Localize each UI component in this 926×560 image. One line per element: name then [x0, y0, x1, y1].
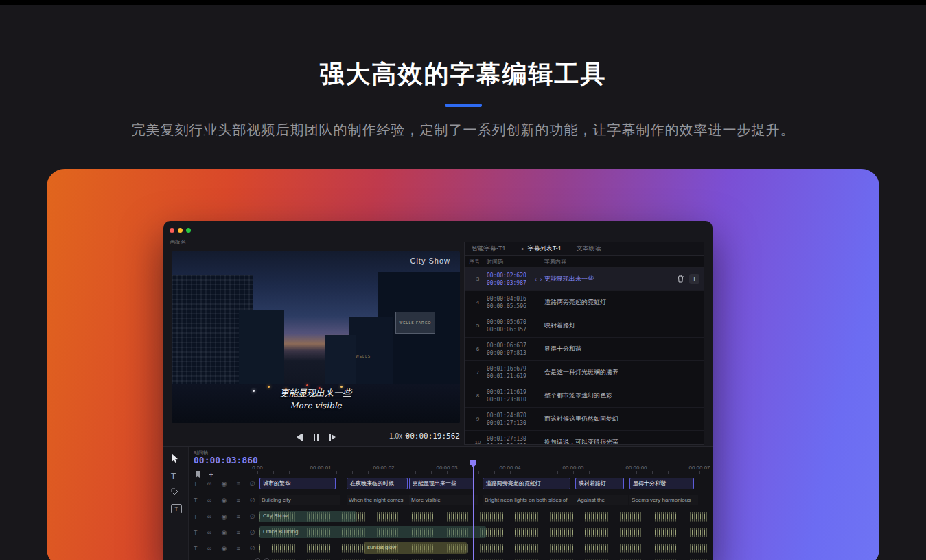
row-text[interactable]: 整个都市笼罩迷幻的色彩	[544, 391, 672, 400]
mute-icon[interactable]: ∅	[250, 498, 255, 504]
row-text[interactable]: 更能显现出来一些	[544, 275, 672, 283]
mute-icon[interactable]: ∅	[250, 546, 255, 552]
text-tool-icon[interactable]: T	[194, 498, 198, 504]
row-text[interactable]: 显得十分和谐	[544, 345, 672, 353]
minimize-button[interactable]	[178, 228, 183, 233]
row-text[interactable]: 换句话说，可以变得很光荣	[544, 438, 672, 445]
subtitle-clip-en[interactable]: Bright neon lights on both sides of	[483, 495, 575, 505]
subtitle-row[interactable]: 800:01:21:61900:01:23:810整个都市笼罩迷幻的色彩	[465, 384, 704, 408]
subtitle-clip-cn[interactable]: 更能显现出来一些	[409, 478, 474, 489]
link-icon[interactable]: ∞	[207, 546, 211, 552]
row-timecode: 00:00:02:62000:00:03:987	[487, 272, 535, 287]
audio-clip-label[interactable]: City Show	[259, 511, 356, 522]
playhead-timecode: 00:00:03:860	[194, 455, 258, 465]
link-icon[interactable]: ∞	[207, 514, 211, 520]
neon-sign: WELLS	[356, 354, 371, 358]
subtitle-row[interactable]: 1000:01:27:13000:01:28:690换句话说，可以变得很光荣	[465, 431, 704, 445]
video-preview[interactable]: WELLS FARGO WELLS City Show 更能显现出来一些 Mor…	[172, 251, 460, 423]
tab-text-to-speech[interactable]: 文本朗读	[577, 244, 601, 253]
mute-icon[interactable]: ∅	[250, 530, 255, 536]
subtitle-clip-cn[interactable]: 城市的繁华	[259, 478, 336, 489]
subtitle-row[interactable]: 300:00:02:62000:00:03:987‹ ›更能显现出来一些+	[465, 268, 704, 291]
timeline-track: T∞◉≡∅城市的繁华在夜晚来临的时候更能显现出来一些道路两旁亮起的霓虹灯映衬着路…	[163, 477, 713, 491]
timeline-track: T∞◉≡∅City Show	[163, 510, 713, 524]
subtitle-clip-en[interactable]: More visible	[409, 495, 478, 505]
subtitle-clip-cn[interactable]: 映衬着路灯	[575, 478, 624, 489]
list-icon[interactable]: ≡	[237, 481, 240, 487]
trash-icon[interactable]	[677, 273, 684, 285]
list-icon[interactable]: ≡	[237, 514, 240, 520]
page-subtitle: 完美复刻行业头部视频后期团队的制作经验，定制了一系列创新的功能，让字幕制作的效率…	[0, 121, 926, 139]
eye-icon[interactable]: ◉	[221, 514, 227, 520]
track-lane: Office Building	[257, 526, 713, 539]
ruler-tick-label: 00:00:01	[310, 465, 331, 471]
previous-frame-button[interactable]	[297, 434, 303, 441]
eye-icon[interactable]: ◉	[221, 530, 227, 536]
row-text[interactable]: 映衬着路灯	[544, 321, 672, 330]
text-tool-icon[interactable]: T	[194, 481, 198, 487]
mute-icon[interactable]: ∅	[250, 481, 255, 487]
timeline-track	[163, 557, 713, 560]
close-button[interactable]	[170, 228, 174, 233]
text-tool-icon[interactable]: T	[194, 514, 198, 520]
car-light	[306, 384, 308, 386]
text-tool-icon[interactable]: T	[194, 530, 198, 536]
row-text[interactable]: 会是这一种灯光斑斓的滋养	[544, 368, 672, 377]
mute-icon[interactable]: ∅	[250, 514, 255, 520]
zoom-button[interactable]	[186, 228, 191, 233]
pause-button[interactable]	[314, 434, 319, 441]
link-icon[interactable]: ∞	[207, 481, 211, 487]
playhead-line[interactable]	[473, 465, 474, 560]
link-icon[interactable]: ∞	[207, 530, 211, 536]
subtitle-clip-en[interactable]: Against the	[575, 495, 628, 505]
close-tab-icon[interactable]: ×	[521, 246, 524, 253]
app-window: 画板名 WELLS FARGO WELLS City Show 更能显现出来一些	[163, 221, 713, 560]
row-text[interactable]: 道路两旁亮起的霓虹灯	[544, 298, 672, 307]
eye-icon[interactable]: ◉	[221, 481, 227, 487]
add-subtitle-button[interactable]: +	[689, 274, 699, 284]
subtitle-clip-en[interactable]: Seems very harmonious	[629, 495, 698, 505]
subtitle-clip-en[interactable]: When the night comes	[347, 495, 412, 505]
subtitle-clip-en[interactable]: Building city	[259, 495, 340, 505]
subtitle-clip-cn[interactable]: 在夜晚来临的时候	[347, 478, 408, 489]
text-tool-icon[interactable]: T	[194, 546, 198, 552]
subtitle-row[interactable]: 500:00:05:67000:00:06:357映衬着路灯	[465, 314, 704, 338]
tab-smart-subtitle[interactable]: 智能字幕-T1	[472, 244, 506, 253]
track-header: T∞◉≡∅	[194, 510, 255, 524]
audio-clip-label[interactable]: Office Building	[259, 526, 486, 538]
timeline-track: T∞◉≡∅sunset glow	[163, 541, 713, 555]
ruler-tick-label: 00:00:07	[688, 465, 710, 471]
video-overlay-title: City Show	[410, 257, 450, 265]
next-frame-button[interactable]	[329, 434, 336, 441]
page-title: 强大高效的字幕编辑工具	[0, 58, 926, 91]
timeline: T T 时间轴 00:00:03:860 + 0:0000:00:0100:00…	[163, 446, 713, 560]
subtitle-row[interactable]: 400:00:04:01600:00:05:596道路两旁亮起的霓虹灯	[465, 291, 704, 314]
ruler-tick-label: 0:00	[252, 465, 263, 471]
cursor-tool-icon[interactable]	[171, 454, 178, 465]
column-content: 字幕内容	[544, 258, 672, 266]
link-icon[interactable]: ∞	[207, 498, 211, 504]
audio-waveform[interactable]	[259, 543, 708, 554]
track-lane: 城市的繁华在夜晚来临的时候更能显现出来一些道路两旁亮起的霓虹灯映衬着路灯显得十分…	[257, 477, 713, 491]
eye-icon[interactable]: ◉	[221, 546, 227, 552]
subtitle-clip-cn[interactable]: 道路两旁亮起的霓虹灯	[483, 478, 570, 489]
subtitle-rows: 300:00:02:62000:00:03:987‹ ›更能显现出来一些+400…	[465, 268, 704, 445]
list-icon[interactable]: ≡	[237, 546, 240, 552]
subtitle-row[interactable]: 600:00:06:63700:00:07:813显得十分和谐	[465, 338, 704, 361]
track-lane: City Show	[257, 510, 713, 524]
row-timecode: 00:00:06:63700:00:07:813	[487, 342, 535, 357]
row-text[interactable]: 而这时候这里仍然如同梦幻	[544, 415, 672, 423]
ruler-tick-label: 00:00:06	[625, 465, 647, 471]
list-icon[interactable]: ≡	[237, 530, 240, 536]
list-icon[interactable]: ≡	[237, 498, 240, 504]
row-number: 9	[469, 416, 487, 422]
tab-subtitle-list[interactable]: × 字幕列表T-1	[521, 244, 562, 253]
row-number: 10	[469, 439, 487, 445]
eye-icon[interactable]: ◉	[221, 498, 227, 504]
subtitle-clip-cn[interactable]: 显得十分和谐	[629, 478, 694, 489]
subtitle-row[interactable]: 700:01:16:67900:01:21:619会是这一种灯光斑斓的滋养	[465, 361, 704, 384]
audio-clip-label[interactable]: sunset glow	[364, 542, 467, 554]
timecode-adjust-arrows[interactable]: ‹ ›	[535, 276, 544, 283]
time-ruler[interactable]: 0:0000:00:0100:00:0200:00:0300:00:0400:0…	[257, 465, 713, 474]
subtitle-row[interactable]: 900:01:24:87000:01:27:130而这时候这里仍然如同梦幻	[465, 408, 704, 431]
